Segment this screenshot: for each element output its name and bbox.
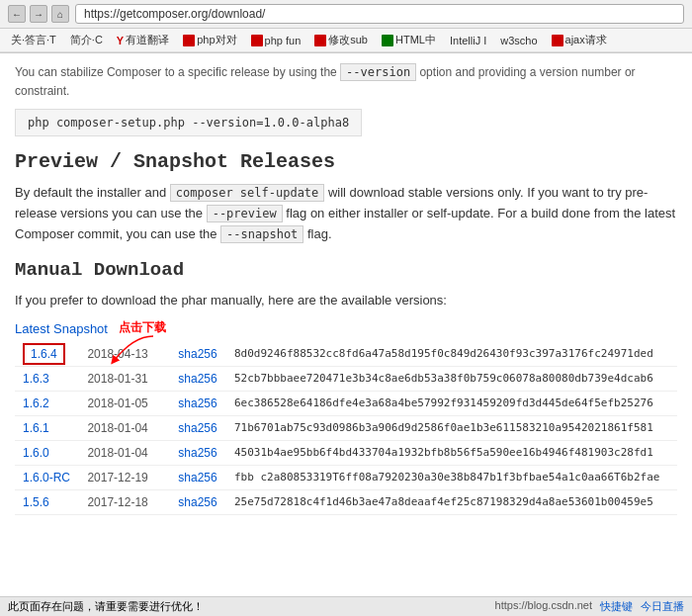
hash-value: 25e75d72818c4f1d46b3ae47a8deaaf4ef25c871… <box>226 489 677 514</box>
bookmark-sub[interactable]: 修改sub <box>309 32 373 48</box>
kuaijiejian-link[interactable]: 快捷键 <box>600 599 633 614</box>
sha-link[interactable]: sha256 <box>170 342 226 367</box>
version-link[interactable]: 1.5.6 <box>23 495 49 509</box>
click-annotation: 点击下载 <box>119 319 166 336</box>
bottom-bar: 此页面存在问题，请重要需要进行优化！ https://blog.csdn.net… <box>0 596 692 616</box>
version-link[interactable]: 1.6.3 <box>23 372 49 386</box>
version-link[interactable]: 1.6.0 <box>23 446 49 460</box>
browser-chrome: ← → ⌂ https://getcomposer.org/download/ … <box>0 0 692 53</box>
sha-link[interactable]: sha256 <box>170 465 226 489</box>
sha-link[interactable]: sha256 <box>170 489 226 514</box>
composer-self-update-code: composer self-update <box>170 184 325 202</box>
zhibo-link[interactable]: 今日直播 <box>641 599 684 614</box>
sha-link[interactable]: sha256 <box>170 415 226 440</box>
bottom-right-area: https://blog.csdn.net 快捷键 今日直播 <box>495 599 684 614</box>
hash-value: 52cb7bbbaee720471e3b34c8ae6db53a38f0b759… <box>226 366 677 391</box>
table-row: 1.5.6 2017-12-18 sha256 25e75d72818c4f1d… <box>15 489 677 514</box>
hash-value: 45031b4ae95bb6f4bd433704a1932bfb8b56f5a5… <box>226 440 677 465</box>
version-date: 2017-12-18 <box>79 489 170 514</box>
bookmark-html[interactable]: HTML中 <box>377 32 441 48</box>
nav-icons: ← → ⌂ <box>8 5 69 23</box>
table-row: 1.6.1 2018-01-04 sha256 71b6701ab75c93d0… <box>15 415 677 440</box>
bookmark-jianjie[interactable]: 简介·C <box>65 32 108 48</box>
hash-value: fbb c2a80853319T6ff08a7920230a30e38b847b… <box>226 465 677 489</box>
sha-link[interactable]: sha256 <box>170 366 226 391</box>
sha-link[interactable]: sha256 <box>170 440 226 465</box>
bottom-warning: 此页面存在问题，请重要需要进行优化！ <box>8 599 204 614</box>
bookmark-php-dui[interactable]: php对对 <box>178 32 241 48</box>
bookmark-guanyan[interactable]: 关·答言·T <box>6 32 61 48</box>
hash-value: 71b6701ab75c93d0986b3a906d9d2586f0ae1b3e… <box>226 415 677 440</box>
version-link[interactable]: 1.6.4 <box>23 343 65 365</box>
version-date: 2018-04-13 <box>79 342 170 367</box>
bookmark-w3scho[interactable]: w3scho <box>495 34 542 47</box>
bottom-url: https://blog.csdn.net <box>495 599 592 614</box>
bookmarks-bar: 关·答言·T 简介·C Y 有道翻译 php对对 php fun 修改sub H… <box>0 29 692 52</box>
snapshot-annotation-area: Latest Snapshot 点击下载 <box>15 321 677 336</box>
snapshot-flag-code: --snapshot <box>220 225 303 243</box>
version-flag-inline: --version <box>340 63 416 81</box>
back-button[interactable]: ← <box>8 5 26 23</box>
sha-link[interactable]: sha256 <box>170 391 226 415</box>
command-code-block: php composer-setup.php --version=1.0.0-a… <box>15 109 362 136</box>
table-row: 1.6.4 2018-04-13 sha256 8d0d9246f88532cc… <box>15 342 677 367</box>
manual-download-para: If you prefer to download the phar manua… <box>15 291 677 311</box>
top-truncated-para: You can stabilize Composer to a specific… <box>15 63 677 101</box>
bookmark-intellij[interactable]: IntelliJ I <box>445 34 491 47</box>
version-link[interactable]: 1.6.0-RC <box>23 471 70 484</box>
hash-value: 6ec386528e64186dfe4e3a68a4be57992f931459… <box>226 391 677 415</box>
home-button[interactable]: ⌂ <box>51 5 69 23</box>
latest-snapshot-label[interactable]: Latest Snapshot <box>15 321 108 336</box>
hash-value: 8d0d9246f88532cc8fd6a47a58d195f0c849d264… <box>226 342 677 367</box>
bookmark-youdao[interactable]: Y 有道翻译 <box>112 32 174 48</box>
preview-flag-code: --preview <box>207 205 283 222</box>
version-date: 2017-12-19 <box>79 465 170 489</box>
version-link[interactable]: 1.6.2 <box>23 396 49 410</box>
url-bar[interactable]: https://getcomposer.org/download/ <box>75 4 684 24</box>
forward-button[interactable]: → <box>30 5 47 23</box>
page-content: You can stabilize Composer to a specific… <box>0 53 692 525</box>
command-text: php composer-setup.php --version=1.0.0-a… <box>28 116 349 130</box>
table-row: 1.6.0 2018-01-04 sha256 45031b4ae95bb6f4… <box>15 440 677 465</box>
version-date: 2018-01-05 <box>79 391 170 415</box>
table-row: 1.6.3 2018-01-31 sha256 52cb7bbbaee72047… <box>15 366 677 391</box>
manual-download-title: Manual Download <box>15 259 677 281</box>
version-link[interactable]: 1.6.1 <box>23 421 49 435</box>
table-row: 1.6.2 2018-01-05 sha256 6ec386528e64186d… <box>15 391 677 415</box>
bookmark-phpfun[interactable]: php fun <box>246 34 306 47</box>
address-bar: ← → ⌂ https://getcomposer.org/download/ <box>0 0 692 29</box>
preview-para: By default the installer and composer se… <box>15 183 677 244</box>
version-table: 1.6.4 2018-04-13 sha256 8d0d9246f88532cc… <box>15 342 677 515</box>
version-date: 2018-01-31 <box>79 366 170 391</box>
bookmark-ajax[interactable]: ajax请求 <box>547 32 612 48</box>
table-row: 1.6.0-RC 2017-12-19 sha256 fbb c2a808533… <box>15 465 677 489</box>
preview-section-title: Preview / Snapshot Releases <box>15 150 677 173</box>
version-date: 2018-01-04 <box>79 440 170 465</box>
version-date: 2018-01-04 <box>79 415 170 440</box>
